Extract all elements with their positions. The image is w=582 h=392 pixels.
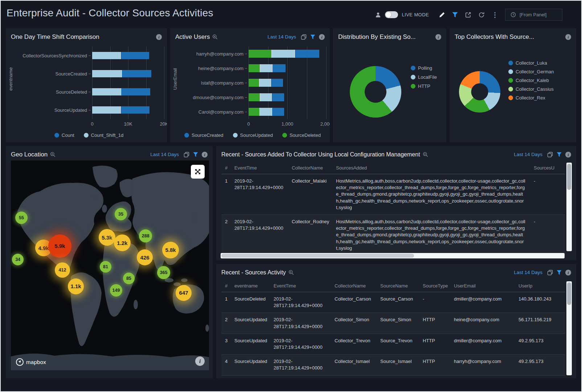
map-bubble[interactable]: 149 — [110, 284, 122, 297]
table-row[interactable]: 22019-02-28T17:19:14.429+0000Collector_R… — [221, 215, 565, 256]
bar-segment-SourceDeleted[interactable] — [249, 93, 260, 101]
column-header[interactable]: # — [221, 165, 231, 171]
bar-segment-Count_Shift_1d[interactable] — [92, 52, 120, 59]
map-bubble[interactable]: 5.9k — [48, 234, 71, 258]
column-header[interactable]: SourcesAdded — [332, 165, 530, 171]
time-range-label[interactable]: Last 14 Days — [514, 152, 542, 157]
filter-icon[interactable] — [557, 270, 562, 275]
column-header[interactable]: CollectorName — [288, 165, 332, 171]
legend-item[interactable]: Collector_Rex — [508, 95, 554, 101]
scrollbar-thumb[interactable] — [221, 254, 414, 258]
copy-icon[interactable] — [547, 270, 553, 275]
bar-segment-SourceCreated[interactable] — [295, 50, 319, 58]
legend-item[interactable]: Polling — [411, 65, 437, 71]
bar-segment-SourceUpdated[interactable] — [260, 93, 271, 101]
column-header[interactable]: SourceType — [419, 283, 450, 289]
column-header[interactable]: eventname — [231, 283, 270, 289]
bar-segment-SourceDeleted[interactable] — [249, 108, 259, 116]
map-bubble[interactable]: 365 — [157, 266, 170, 279]
map-bubble[interactable]: 1.2k — [114, 234, 131, 251]
bar-segment-SourceCreated[interactable] — [271, 79, 283, 87]
info-icon[interactable]: i — [202, 152, 208, 158]
map-info-icon[interactable]: i — [195, 356, 205, 366]
bar-segment-SourceDeleted[interactable] — [249, 64, 260, 72]
map-bubble[interactable]: 288 — [139, 229, 152, 242]
bar-segment-SourceCreated[interactable] — [272, 64, 286, 72]
bar-segment-Count_Shift_1d[interactable] — [92, 88, 121, 95]
share-icon[interactable] — [465, 12, 471, 18]
map-expand-icon[interactable] — [191, 165, 205, 179]
refresh-icon[interactable] — [478, 12, 485, 18]
column-header[interactable]: SourceName — [377, 283, 419, 289]
edit-pencil-icon[interactable] — [439, 12, 445, 18]
map-bubble[interactable]: 35 — [115, 208, 127, 220]
live-mode-toggle[interactable] — [385, 11, 398, 18]
column-header[interactable]: EventTime — [231, 165, 288, 171]
mapbox-logo[interactable]: mapbox — [16, 358, 46, 366]
bar-segment-Count_Shift_1d[interactable] — [92, 70, 122, 77]
legend-item[interactable]: Count — [54, 132, 74, 138]
vertical-scrollbar[interactable] — [566, 163, 572, 251]
scrollbar-thumb[interactable] — [567, 282, 571, 305]
bar-segment-Count_Shift_1d[interactable] — [92, 106, 120, 114]
more-options-icon[interactable]: ⋮ — [492, 12, 498, 18]
map-bubble[interactable]: 85 — [123, 273, 135, 284]
bar-segment-SourceDeleted[interactable] — [249, 79, 259, 87]
user-icon[interactable] — [375, 12, 381, 18]
scrollbar-thumb[interactable] — [567, 164, 571, 190]
bar-segment-SourceUpdated[interactable] — [259, 79, 271, 87]
info-icon[interactable]: i — [565, 34, 571, 40]
info-icon[interactable]: i — [565, 270, 571, 275]
legend-item[interactable]: Collector_Cassius — [508, 86, 554, 92]
legend-item[interactable]: HTTP — [411, 83, 437, 89]
time-range-label[interactable]: Last 14 Days — [514, 270, 542, 275]
map-bubble[interactable]: 426 — [137, 249, 153, 265]
bar-segment-Count[interactable] — [120, 106, 149, 114]
map-bubble[interactable]: 55 — [15, 212, 28, 224]
legend-item[interactable]: SourceCreated — [184, 132, 223, 138]
donut-ring[interactable] — [459, 71, 500, 113]
filter-icon[interactable] — [193, 152, 198, 157]
filter-icon[interactable] — [452, 12, 458, 18]
horizontal-scrollbar[interactable] — [221, 253, 565, 258]
vertical-scrollbar[interactable] — [566, 281, 572, 375]
legend-item[interactable]: LocalFile — [411, 74, 437, 80]
copy-icon[interactable] — [301, 34, 307, 40]
column-header[interactable]: UserEmail — [450, 283, 515, 289]
legend-item[interactable]: Count_Shift_1d — [84, 132, 124, 138]
legend-item[interactable]: Collector_Kaleb — [508, 78, 554, 83]
legend-item[interactable]: SourceUpdated — [233, 132, 273, 138]
legend-item[interactable]: SourceDeleted — [282, 132, 321, 138]
zoom-in-icon[interactable] — [50, 152, 56, 157]
info-icon[interactable]: i — [435, 34, 441, 40]
bar-segment-SourceUpdated[interactable] — [260, 64, 272, 72]
time-range-selector[interactable]: [From Panel] — [505, 9, 562, 21]
zoom-in-icon[interactable] — [423, 152, 428, 157]
info-icon[interactable]: i — [156, 34, 162, 40]
table-row[interactable]: 3SourceUpdated2019-02-28T17:19:14.429+00… — [221, 334, 565, 355]
table-row[interactable]: 12019-02-28T17:19:14.429+0000Collector_M… — [221, 174, 565, 215]
bar-segment-SourceCreated[interactable] — [272, 108, 284, 116]
copy-icon[interactable] — [184, 152, 189, 158]
bar-segment-Count[interactable] — [122, 70, 151, 77]
map-bubble[interactable]: 81 — [100, 261, 111, 273]
legend-item[interactable]: Collector_Luka — [508, 60, 554, 66]
legend-item[interactable]: Collector_German — [508, 69, 554, 74]
bar-segment-SourceUpdated[interactable] — [259, 108, 271, 116]
bar-segment-Count[interactable] — [120, 52, 149, 59]
info-icon[interactable]: i — [319, 34, 325, 40]
column-header[interactable]: UserIp — [515, 283, 555, 289]
table-row[interactable]: 5SourceDeleted2019-02-28T17:19:14.429+00… — [221, 376, 565, 377]
bar-segment-SourceUpdated[interactable] — [271, 50, 295, 58]
table-row[interactable]: 4SourceUpdated2019-02-28T17:19:14.429+00… — [221, 355, 565, 375]
map-bubble[interactable]: 5.8k — [162, 242, 179, 258]
column-header[interactable]: SourcesU — [530, 165, 565, 171]
time-range-label[interactable]: Last 14 Days — [150, 152, 179, 157]
world-map[interactable]: mapbox i 55344.9k5.9k4121.1k5.3k1.2k3528… — [11, 160, 209, 370]
column-header[interactable]: # — [221, 283, 231, 289]
zoom-in-icon[interactable] — [288, 270, 294, 275]
filter-icon[interactable] — [557, 152, 562, 157]
info-icon[interactable]: i — [565, 152, 571, 158]
bar-segment-SourceCreated[interactable] — [271, 93, 284, 101]
filter-icon[interactable] — [310, 34, 315, 40]
